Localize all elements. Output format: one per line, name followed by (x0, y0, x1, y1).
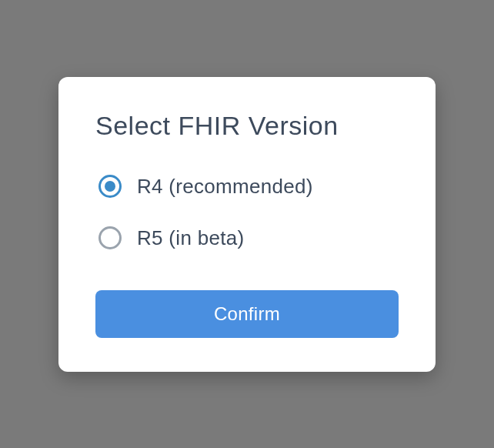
radio-option-r5[interactable]: R5 (in beta) (98, 226, 399, 250)
fhir-version-radio-group: R4 (recommended) R5 (in beta) (95, 175, 399, 250)
radio-unselected-icon (98, 226, 122, 249)
radio-label: R4 (recommended) (137, 175, 313, 199)
confirm-button[interactable]: Confirm (95, 290, 399, 338)
radio-selected-icon (98, 175, 122, 198)
radio-option-r4[interactable]: R4 (recommended) (98, 175, 399, 199)
dialog-modal: Select FHIR Version R4 (recommended) R5 … (58, 77, 436, 372)
radio-label: R5 (in beta) (137, 226, 244, 250)
modal-title: Select FHIR Version (95, 111, 399, 141)
